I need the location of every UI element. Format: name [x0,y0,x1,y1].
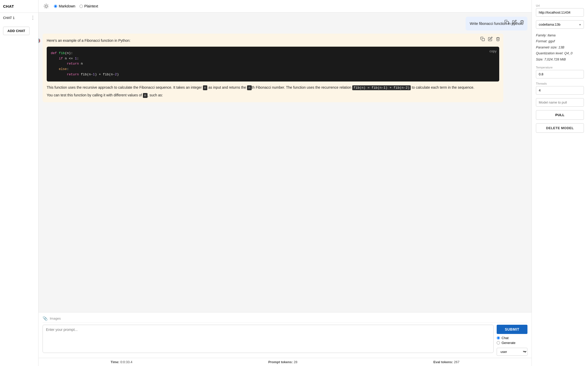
svg-point-0 [45,5,47,7]
topbar: Markdown Plaintext [38,0,532,13]
eval-tokens-label: Eval tokens: [433,360,453,364]
param-size-info: Parametr size: 13B [536,44,584,50]
inline-code-n3: n [143,93,148,98]
inline-code-n1: n [203,85,208,90]
threads-field-group: Threads [536,82,584,95]
assistant-message: 🤖 [43,34,503,102]
markdown-label: Markdown [59,4,75,8]
prompt-tokens-value: 28 [294,360,297,364]
model-name-input[interactable] [536,98,584,107]
submit-button[interactable]: SUBMIT [497,325,527,334]
family-info: Family: llama [536,32,584,38]
assistant-message-actions [480,36,501,43]
bot-icon: 🤖 [38,37,40,43]
prompt-controls: SUBMIT Chat Generate user assistant [497,325,527,356]
assistant-intro: Here's an example of a Fibonacci functio… [47,38,499,43]
add-chat-button[interactable]: ADD CHAT [3,27,30,35]
code-copy-button[interactable]: copy [489,49,496,53]
model-select-wrapper: codellama:13b llama2:7b mistral:7b [536,20,584,29]
markdown-radio-label[interactable]: Markdown [54,4,75,8]
code-content: def fib(n): if n <= 1: return n else: re… [51,51,495,77]
theme-toggle-icon[interactable] [43,3,50,10]
svg-rect-9 [506,22,509,24]
assistant-wrapper: 🤖 [43,34,527,102]
paperclip-icon: 📎 [43,316,48,321]
chat-item-label: CHAT 1 [3,16,15,20]
app-title: CHAT [0,0,38,13]
quant-info: Quantization level: Q4_0 [536,50,584,56]
svg-line-7 [44,8,45,8]
more-icon[interactable]: ⋮ [31,15,35,20]
svg-line-4 [48,8,48,8]
model-select[interactable]: codellama:13b llama2:7b mistral:7b [536,20,584,29]
right-sidebar: Url codellama:13b llama2:7b mistral:7b F… [532,0,588,366]
code-block: copy def fib(n): if n <= 1: return n els… [47,47,499,82]
svg-rect-10 [482,38,484,41]
generate-mode-label[interactable]: Generate [497,341,527,345]
assistant-body1: This function uses the recursive approac… [47,85,499,91]
quant-label: Quantization level: [536,51,563,55]
url-input[interactable] [536,8,584,17]
plaintext-label: Plaintext [84,4,98,8]
delete-model-button[interactable]: DELETE MODEL [536,123,584,133]
chat-item-1[interactable]: CHAT 1 ⋮ [0,13,38,23]
inline-code-n2: n [247,85,252,90]
prompt-tokens-label: Prompt tokens: [268,360,293,364]
param-size-label: Parametr size: [536,45,557,49]
model-pull-field-group [536,98,584,107]
family-label: Family: [536,33,547,37]
temperature-field-group: Temperature [536,66,584,78]
format-radio-group: Markdown Plaintext [54,4,98,8]
plaintext-radio[interactable] [80,5,83,8]
url-label: Url [536,4,584,7]
images-label: Images [50,317,61,320]
url-field-group: Url [536,4,584,17]
left-sidebar: CHAT CHAT 1 ⋮ ADD CHAT [0,0,38,366]
delete-assistant-button[interactable] [495,36,501,43]
chat-radio[interactable] [497,336,500,340]
format-label: Format: [536,39,547,43]
markdown-radio[interactable] [54,5,57,8]
prompt-row: SUBMIT Chat Generate user assistant [43,325,527,356]
svg-line-3 [44,4,45,5]
role-select[interactable]: user assistant system [497,348,527,356]
temperature-label: Temperature [536,66,584,69]
size-value: 7,024.728 MiB [544,57,566,61]
svg-line-8 [48,4,48,5]
edit-assistant-button[interactable] [487,36,493,43]
format-value: gguf [548,39,555,43]
quant-value: Q4_0 [564,51,573,55]
time-value: 0:0:33.4 [120,360,132,364]
user-message-actions [504,19,525,26]
delete-message-button[interactable] [519,19,525,26]
messages-area: Write fibonacci function in python. 🤖 [38,13,532,312]
format-info: Format: gguf [536,38,584,44]
plaintext-radio-label[interactable]: Plaintext [80,4,98,8]
edit-message-button[interactable] [512,19,517,26]
param-size-value: 13B [558,45,564,49]
model-field-group: codellama:13b llama2:7b mistral:7b [536,20,584,29]
inline-code-formula: fib(n) = fib(n-1) + fib(n-2) [352,85,411,90]
size-info: Size: 7,024.728 MiB [536,56,584,62]
threads-label: Threads [536,82,584,85]
chat-mode-label[interactable]: Chat [497,336,527,340]
threads-input[interactable] [536,86,584,95]
copy-message-button[interactable] [504,19,509,26]
copy-assistant-button[interactable] [480,36,485,43]
user-message: Write fibonacci function in python. [466,17,527,30]
generate-radio[interactable] [497,341,500,344]
eval-tokens-status: Eval tokens: 267 [433,360,459,364]
generate-mode-text: Generate [502,341,515,345]
model-info: Family: llama Format: gguf Parametr size… [536,32,584,62]
assistant-body2: You can test this function by calling it… [47,92,499,98]
pull-button[interactable]: PULL [536,110,584,120]
status-bar: Time: 0:0:33.4 Prompt tokens: 28 Eval to… [38,358,532,366]
temperature-input[interactable] [536,70,584,78]
main-area: Markdown Plaintext [38,0,532,366]
family-value: llama [548,33,556,37]
role-select-wrapper: user assistant system [497,347,527,356]
mode-radio-group: Chat Generate [497,336,527,345]
chat-mode-text: Chat [502,336,508,340]
time-status: Time: 0:0:33.4 [111,360,132,364]
prompt-textarea[interactable] [43,325,494,353]
